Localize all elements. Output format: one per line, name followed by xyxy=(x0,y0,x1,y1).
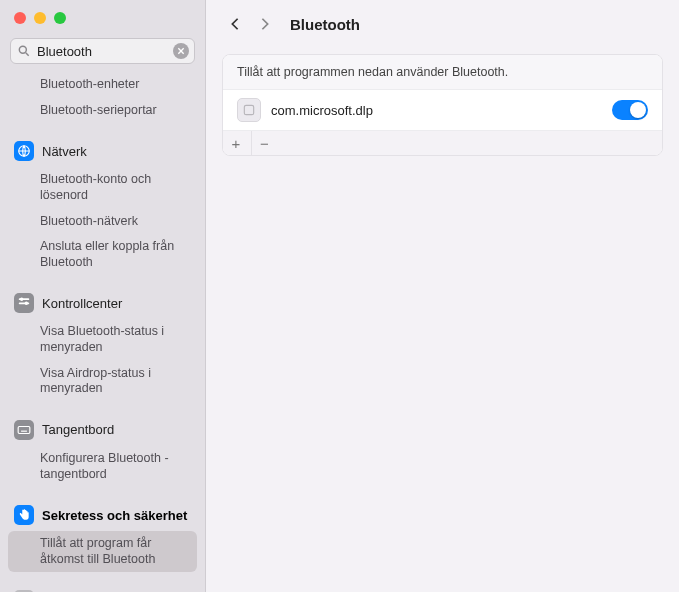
sidebar-section[interactable]: Kontrollcenter xyxy=(0,287,205,319)
content-pane: Bluetooth Tillåt att programmen nedan an… xyxy=(206,0,679,592)
title-bar: Bluetooth xyxy=(206,0,679,48)
sidebar-list: Bluetooth-enheterBluetooth-serieportarNä… xyxy=(0,70,205,592)
app-icon xyxy=(237,98,261,122)
sidebar-item-label: Bluetooth-nätverk xyxy=(40,214,138,230)
sidebar: Bluetooth-enheterBluetooth-serieportarNä… xyxy=(0,0,206,592)
sidebar-section-label: Tangentbord xyxy=(42,422,114,437)
svg-rect-9 xyxy=(18,426,30,433)
globe-icon xyxy=(14,141,34,161)
sidebar-item[interactable]: Ansluta eller koppla från Bluetooth xyxy=(0,234,205,275)
keyboard-icon xyxy=(14,420,34,440)
sidebar-item[interactable]: Bluetooth-nätverk xyxy=(0,209,205,235)
sidebar-item-label: Visa Bluetooth-status i menyraden xyxy=(40,324,191,355)
remove-app-button[interactable]: − xyxy=(251,131,277,155)
sidebar-item[interactable]: Visa Bluetooth-status i menyraden xyxy=(0,319,205,360)
search-field-wrap xyxy=(10,38,195,64)
app-name: com.microsoft.dlp xyxy=(271,103,602,118)
search-input[interactable] xyxy=(10,38,195,64)
sidebar-item-label: Tillåt att program får åtkomst till Blue… xyxy=(40,536,183,567)
clear-search-button[interactable] xyxy=(173,43,189,59)
panel-description: Tillåt att programmen nedan använder Blu… xyxy=(223,55,662,90)
svg-point-7 xyxy=(20,298,24,302)
add-app-button[interactable]: + xyxy=(223,131,249,155)
zoom-window-button[interactable] xyxy=(54,12,66,24)
sidebar-item-label: Ansluta eller koppla från Bluetooth xyxy=(40,239,191,270)
app-toggle[interactable] xyxy=(612,100,648,120)
sidebar-item-label: Bluetooth-konto och lösenord xyxy=(40,172,191,203)
hand-icon xyxy=(14,505,34,525)
sidebar-item[interactable]: Visa Airdrop-status i menyraden xyxy=(0,361,205,402)
sidebar-item-label: Visa Airdrop-status i menyraden xyxy=(40,366,191,397)
bluetooth-access-panel: Tillåt att programmen nedan använder Blu… xyxy=(222,54,663,156)
sidebar-item-label: Konfigurera Bluetooth -tangentbord xyxy=(40,451,191,482)
sidebar-section[interactable]: Tangentbord xyxy=(0,414,205,446)
sidebar-item[interactable]: Konfigurera Bluetooth -tangentbord xyxy=(0,446,205,487)
sidebar-item[interactable]: Bluetooth-konto och lösenord xyxy=(0,167,205,208)
sidebar-section-label: Kontrollcenter xyxy=(42,296,122,311)
window-controls xyxy=(0,0,205,34)
svg-point-8 xyxy=(25,302,28,306)
sliders-icon xyxy=(14,293,34,313)
sidebar-section[interactable]: Sekretess och säkerhet xyxy=(0,499,205,531)
close-window-button[interactable] xyxy=(14,12,26,24)
back-button[interactable] xyxy=(224,13,246,35)
page-title: Bluetooth xyxy=(290,16,360,33)
sidebar-item[interactable]: Tillåt att program får åtkomst till Blue… xyxy=(8,531,197,572)
search-icon xyxy=(17,44,31,58)
sidebar-item[interactable]: Bluetooth-enheter xyxy=(0,72,205,98)
panel-footer-controls: + − xyxy=(223,130,662,155)
minimize-window-button[interactable] xyxy=(34,12,46,24)
sidebar-section-label: Sekretess och säkerhet xyxy=(42,508,187,523)
sidebar-section[interactable]: Sharing xyxy=(0,584,205,592)
app-row[interactable]: com.microsoft.dlp xyxy=(223,90,662,130)
svg-rect-20 xyxy=(244,105,253,114)
svg-point-0 xyxy=(19,46,26,53)
sidebar-item[interactable]: Bluetooth-serieportar xyxy=(0,98,205,124)
forward-button[interactable] xyxy=(254,13,276,35)
sidebar-section-label: Nätverk xyxy=(42,144,87,159)
sidebar-section[interactable]: Nätverk xyxy=(0,135,205,167)
svg-line-1 xyxy=(26,53,29,56)
sidebar-item-label: Bluetooth-serieportar xyxy=(40,103,157,119)
sidebar-item-label: Bluetooth-enheter xyxy=(40,77,139,93)
